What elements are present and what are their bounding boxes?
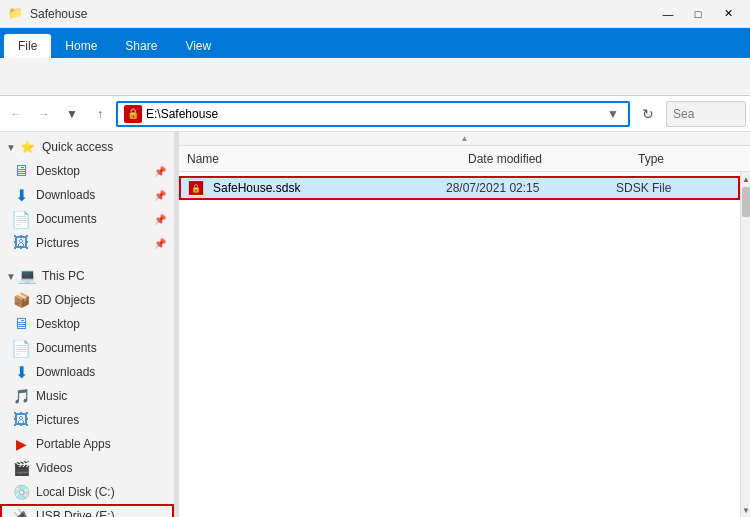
address-text[interactable]: E:\Safehouse [146, 107, 604, 121]
sidebar-item-label: Local Disk (C:) [36, 485, 166, 499]
col-header-name[interactable]: Name [179, 148, 460, 170]
documents-pc-icon: 📄 [12, 339, 30, 357]
sidebar-item-label: Desktop [36, 164, 152, 178]
file-date: 28/07/2021 02:15 [446, 181, 616, 195]
tab-share[interactable]: Share [111, 34, 171, 58]
main-layout: ▼ ⭐ Quick access 🖥 Desktop 📌 ⬇ Downloads… [0, 132, 750, 517]
thispc-label: This PC [42, 269, 85, 283]
file-sdsk-icon [187, 179, 205, 197]
sidebar-item-desktop-pc[interactable]: 🖥 Desktop [0, 312, 174, 336]
sidebar-item-documents-pc[interactable]: 📄 Documents [0, 336, 174, 360]
pin-icon: 📌 [154, 190, 166, 201]
window-controls: — □ ✕ [654, 4, 742, 24]
quick-access-arrow: ▼ [4, 140, 18, 154]
videos-icon: 🎬 [12, 459, 30, 477]
sidebar-item-label: Documents [36, 212, 152, 226]
scroll-up-arrow: ▲ [461, 134, 469, 143]
pin-icon: 📌 [154, 238, 166, 249]
downloads-pc-icon: ⬇ [12, 363, 30, 381]
scroll-thumb[interactable] [742, 187, 750, 217]
sidebar-item-label: Pictures [36, 413, 166, 427]
sidebar-item-music[interactable]: 🎵 Music [0, 384, 174, 408]
desktop-pc-icon: 🖥 [12, 315, 30, 333]
window-icon: 📁 [8, 6, 24, 22]
title-bar: 📁 Safehouse — □ ✕ [0, 0, 750, 28]
scroll-up-area[interactable]: ▲ [179, 132, 750, 146]
back-button[interactable]: ← [4, 102, 28, 126]
sdsk-icon [187, 178, 205, 198]
sidebar-item-downloads-quick[interactable]: ⬇ Downloads 📌 [0, 183, 174, 207]
thispc-header[interactable]: ▼ 💻 This PC [0, 261, 174, 288]
quick-access-header[interactable]: ▼ ⭐ Quick access [0, 132, 174, 159]
downloads-icon: ⬇ [12, 186, 30, 204]
close-button[interactable]: ✕ [714, 4, 742, 24]
refresh-button[interactable]: ↻ [634, 100, 662, 128]
pin-icon: 📌 [154, 166, 166, 177]
column-headers: Name Date modified Type [179, 146, 750, 172]
sidebar-item-usbdrive[interactable]: 🔌 USB Drive (E:) [0, 504, 174, 517]
ribbon-toolbar [0, 58, 750, 96]
pictures-pc-icon: 🖼 [12, 411, 30, 429]
sdsk-icon-inner [188, 179, 204, 197]
maximize-button[interactable]: □ [684, 4, 712, 24]
scroll-track [741, 186, 750, 503]
sidebar-item-label: Downloads [36, 188, 152, 202]
sidebar: ▼ ⭐ Quick access 🖥 Desktop 📌 ⬇ Downloads… [0, 132, 175, 517]
sidebar-item-label: Downloads [36, 365, 166, 379]
file-list-scroller: SafeHouse.sdsk 28/07/2021 02:15 SDSK Fil… [179, 172, 750, 517]
sidebar-item-pictures-quick[interactable]: 🖼 Pictures 📌 [0, 231, 174, 255]
tab-home[interactable]: Home [51, 34, 111, 58]
search-input[interactable] [666, 101, 746, 127]
sidebar-item-label: Desktop [36, 317, 166, 331]
address-dropdown-button[interactable]: ▼ [604, 105, 622, 123]
col-header-date[interactable]: Date modified [460, 148, 630, 170]
sidebar-item-label: Music [36, 389, 166, 403]
forward-button[interactable]: → [32, 102, 56, 126]
address-bar-icon: 🔒 [124, 105, 142, 123]
tab-view[interactable]: View [171, 34, 225, 58]
sidebar-item-label: Videos [36, 461, 166, 475]
sidebar-item-label: 3D Objects [36, 293, 166, 307]
window-title: Safehouse [30, 7, 87, 21]
col-header-type[interactable]: Type [630, 148, 750, 170]
sidebar-item-videos[interactable]: 🎬 Videos [0, 456, 174, 480]
quick-access-label: Quick access [42, 140, 113, 154]
file-area: ▲ Name Date modified Type [179, 132, 750, 517]
sidebar-item-portableapps[interactable]: ▶ Portable Apps [0, 432, 174, 456]
address-row: ← → ▼ ↑ 🔒 E:\Safehouse ▼ ↻ [0, 96, 750, 132]
sidebar-item-documents-quick[interactable]: 📄 Documents 📌 [0, 207, 174, 231]
vertical-scrollbar[interactable]: ▲ ▼ [740, 172, 750, 517]
minimize-button[interactable]: — [654, 4, 682, 24]
portableapps-icon: ▶ [12, 435, 30, 453]
thispc-arrow: ▼ [4, 269, 18, 283]
sidebar-item-label: Pictures [36, 236, 152, 250]
sidebar-item-label: Portable Apps [36, 437, 166, 451]
file-type: SDSK File [616, 181, 736, 195]
file-row-safehouse[interactable]: SafeHouse.sdsk 28/07/2021 02:15 SDSK Fil… [179, 176, 740, 200]
safehouse-icon: 🔒 [124, 105, 142, 123]
sdsk-icon-img [189, 181, 203, 195]
file-name: SafeHouse.sdsk [213, 181, 446, 195]
scroll-down-button[interactable]: ▼ [741, 503, 750, 517]
sidebar-item-desktop-quick[interactable]: 🖥 Desktop 📌 [0, 159, 174, 183]
pin-icon: 📌 [154, 214, 166, 225]
thispc-icon: 💻 [18, 267, 36, 285]
sidebar-item-downloads-pc[interactable]: ⬇ Downloads [0, 360, 174, 384]
localdisk-icon: 💿 [12, 483, 30, 501]
documents-icon: 📄 [12, 210, 30, 228]
3dobjects-icon: 📦 [12, 291, 30, 309]
up-button[interactable]: ↑ [88, 102, 112, 126]
tab-file[interactable]: File [4, 34, 51, 58]
address-bar[interactable]: 🔒 E:\Safehouse ▼ [116, 101, 630, 127]
sidebar-item-3dobjects[interactable]: 📦 3D Objects [0, 288, 174, 312]
sidebar-item-localdisk[interactable]: 💿 Local Disk (C:) [0, 480, 174, 504]
quick-access-icon: ⭐ [18, 138, 36, 156]
usbdrive-icon: 🔌 [12, 507, 30, 517]
recent-locations-button[interactable]: ▼ [60, 102, 84, 126]
scroll-up-button[interactable]: ▲ [741, 172, 750, 186]
ribbon-tabs: File Home Share View [0, 28, 750, 58]
sidebar-item-pictures-pc[interactable]: 🖼 Pictures [0, 408, 174, 432]
desktop-icon: 🖥 [12, 162, 30, 180]
file-list: SafeHouse.sdsk 28/07/2021 02:15 SDSK Fil… [179, 172, 740, 517]
pictures-icon: 🖼 [12, 234, 30, 252]
